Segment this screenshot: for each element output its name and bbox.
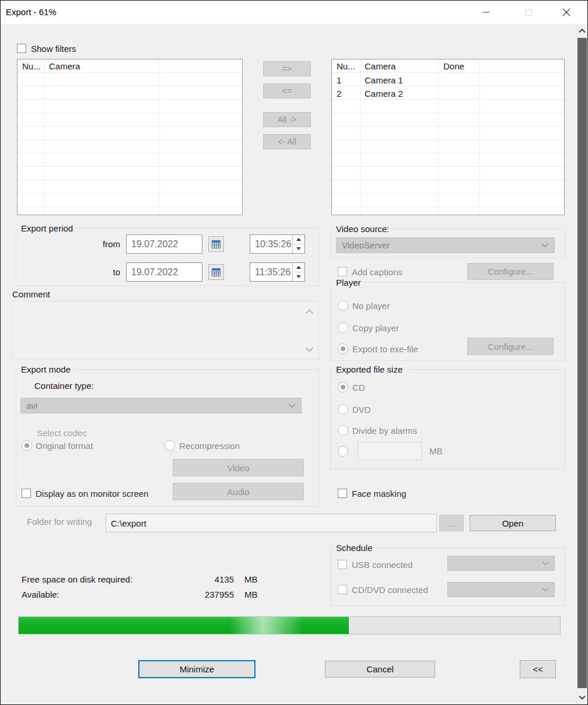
mb-unit-label: MB bbox=[429, 446, 443, 456]
to-time-input[interactable]: 11:35:26 bbox=[250, 262, 305, 282]
table-row[interactable]: 2 bbox=[337, 87, 341, 100]
dest-col-camera[interactable]: Camera bbox=[365, 59, 396, 73]
container-type-dropdown: avi bbox=[20, 398, 302, 413]
available-unit: MB bbox=[244, 590, 258, 599]
captions-configure-button: Configure... bbox=[467, 263, 554, 280]
source-col-camera[interactable]: Camera bbox=[49, 59, 80, 73]
custom-size-radio bbox=[338, 446, 348, 457]
table-grid-lines bbox=[18, 59, 242, 215]
player-configure-button: Configure... bbox=[467, 338, 554, 355]
usb-schedule-dropdown bbox=[447, 556, 555, 571]
move-all-left-button: <- All bbox=[263, 134, 311, 149]
copy-player-radio bbox=[338, 322, 348, 333]
calendar-icon bbox=[212, 240, 220, 248]
spinner-up-icon[interactable] bbox=[293, 263, 304, 272]
video-codec-button: Video bbox=[173, 459, 304, 476]
chevron-down-icon bbox=[542, 562, 549, 566]
time-spinner[interactable] bbox=[292, 263, 304, 281]
time-spinner[interactable] bbox=[292, 235, 304, 253]
collapse-button[interactable]: << bbox=[520, 660, 556, 678]
recompression-radio bbox=[164, 440, 175, 451]
face-masking-checkbox[interactable] bbox=[338, 489, 347, 498]
calendar-icon bbox=[212, 268, 220, 276]
export-period-title: Export period bbox=[18, 223, 76, 233]
folder-for-writing-label: Folder for writing bbox=[27, 517, 92, 527]
usb-connected-checkbox bbox=[338, 560, 347, 569]
export-mode-title: Export mode bbox=[18, 364, 74, 374]
container-type-label: Container type: bbox=[34, 381, 94, 391]
open-folder-button[interactable]: Open bbox=[470, 515, 556, 531]
original-format-label: Original format bbox=[36, 441, 93, 451]
close-window-icon[interactable] bbox=[553, 1, 580, 24]
export-progress-bar bbox=[18, 616, 561, 634]
from-date-input[interactable] bbox=[126, 234, 202, 254]
source-camera-table[interactable]: Nu... Camera bbox=[17, 59, 243, 215]
scroll-up-icon bbox=[305, 306, 314, 316]
available-label: Available: bbox=[22, 590, 60, 599]
dvd-radio bbox=[338, 404, 348, 415]
table-row[interactable]: Camera 1 bbox=[365, 73, 403, 87]
video-source-title: Video source: bbox=[333, 224, 392, 234]
free-space-required-unit: MB bbox=[244, 574, 258, 584]
from-time-input[interactable]: 10:35:26 bbox=[250, 234, 305, 254]
source-col-number[interactable]: Nu... bbox=[22, 59, 41, 73]
scroll-up-icon[interactable] bbox=[578, 25, 587, 37]
player-title: Player bbox=[333, 278, 364, 287]
show-filters-checkbox[interactable] bbox=[17, 44, 26, 53]
select-codec-label: Select codec bbox=[37, 428, 87, 438]
export-exe-label: Export to exe-file bbox=[352, 344, 418, 354]
add-captions-label: Add captions bbox=[352, 267, 402, 277]
move-right-button: => bbox=[263, 61, 311, 76]
scroll-down-icon bbox=[305, 344, 314, 354]
to-label: to bbox=[88, 267, 120, 277]
scrollbar-thumb[interactable] bbox=[578, 38, 587, 688]
no-player-label: No player bbox=[352, 301, 390, 311]
title-bar: Export - 61% bbox=[1, 1, 587, 24]
folder-path-input[interactable] bbox=[106, 514, 437, 532]
free-space-required-value: 4135 bbox=[187, 574, 234, 584]
chevron-down-icon bbox=[541, 243, 549, 248]
move-left-button: <= bbox=[263, 83, 311, 99]
dest-col-done[interactable]: Done bbox=[443, 59, 464, 73]
browse-folder-button: ... bbox=[439, 515, 464, 531]
usb-connected-label: USB connected bbox=[352, 560, 412, 570]
from-calendar-button[interactable] bbox=[208, 236, 224, 252]
divide-by-alarms-label: Divide by alarms bbox=[352, 426, 417, 436]
vertical-scrollbar[interactable] bbox=[577, 24, 587, 704]
move-all-right-button: All -> bbox=[263, 112, 311, 127]
cd-radio bbox=[338, 382, 348, 392]
comment-label: Comment bbox=[12, 289, 50, 299]
spinner-up-icon[interactable] bbox=[293, 235, 304, 244]
selected-camera-table[interactable]: Nu... Camera Done 1 Camera 1 2 Camera 2 bbox=[331, 59, 565, 215]
cd-label: CD bbox=[352, 383, 365, 392]
schedule-title: Schedule bbox=[333, 543, 376, 553]
no-player-radio bbox=[338, 300, 348, 311]
table-row[interactable]: Camera 2 bbox=[365, 87, 403, 100]
divide-by-alarms-radio bbox=[338, 425, 348, 436]
display-as-monitor-checkbox[interactable] bbox=[22, 489, 31, 498]
to-date-input[interactable] bbox=[126, 262, 202, 282]
face-masking-label: Face masking bbox=[352, 489, 406, 499]
minimize-button[interactable]: Minimize bbox=[138, 660, 256, 678]
maximize-window-icon bbox=[515, 1, 542, 24]
spinner-down-icon[interactable] bbox=[293, 244, 304, 254]
custom-size-input bbox=[358, 442, 422, 460]
from-label: from bbox=[88, 239, 120, 249]
export-exe-radio bbox=[338, 343, 348, 354]
spinner-down-icon[interactable] bbox=[293, 272, 304, 282]
progress-fill bbox=[19, 617, 349, 634]
dvd-label: DVD bbox=[352, 405, 371, 415]
copy-player-label: Copy player bbox=[352, 323, 399, 333]
to-calendar-button[interactable] bbox=[208, 264, 224, 280]
export-dialog: Export - 61% Show filters Nu... Camera =… bbox=[0, 0, 588, 705]
table-row[interactable]: 1 bbox=[337, 73, 341, 87]
free-space-required-label: Free space on disk required: bbox=[22, 574, 132, 584]
chevron-down-icon bbox=[288, 404, 296, 408]
scroll-down-icon[interactable] bbox=[578, 692, 587, 703]
dest-col-number[interactable]: Nu... bbox=[337, 59, 355, 73]
cddvd-schedule-dropdown bbox=[447, 582, 555, 597]
minimize-window-icon[interactable] bbox=[473, 1, 500, 24]
window-title: Export - 61% bbox=[6, 7, 57, 17]
cancel-button[interactable]: Cancel bbox=[325, 661, 435, 678]
file-size-title: Exported file size bbox=[333, 364, 405, 374]
